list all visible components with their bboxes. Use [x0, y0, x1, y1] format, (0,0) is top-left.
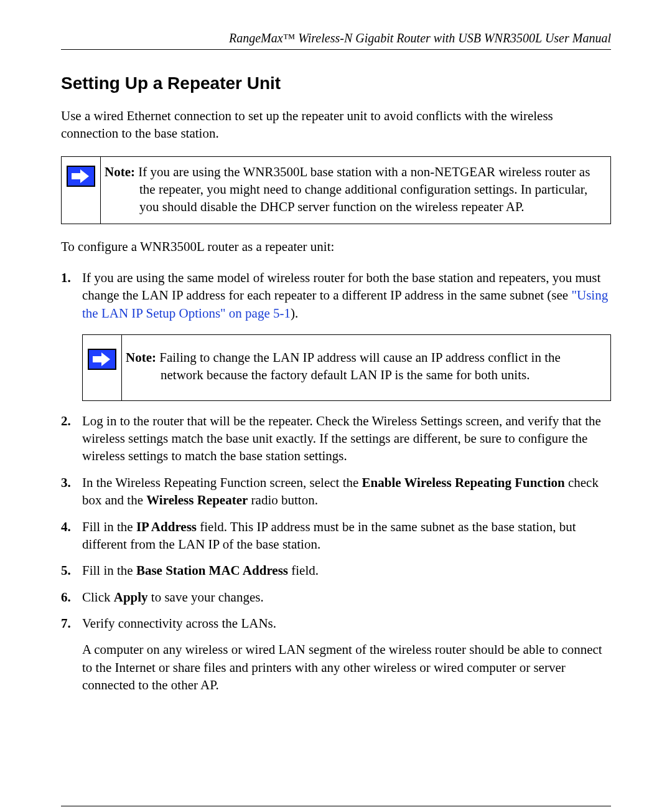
step-4: Fill in the IP Address field. This IP ad…	[61, 518, 611, 554]
steps-list: If you are using the same model of wirel…	[61, 269, 611, 694]
step-5: Fill in the Base Station MAC Address fie…	[61, 562, 611, 579]
s5a: Fill in the	[82, 563, 136, 578]
page-header: RangeMax™ Wireless-N Gigabit Router with…	[61, 31, 611, 50]
s6b: Apply	[114, 590, 148, 605]
note-label: Note:	[126, 350, 156, 365]
step-7: Verify connectivity across the LANs. A c…	[61, 615, 611, 694]
s4a: Fill in the	[82, 519, 136, 534]
note-body: If you are using the WNR3500L base stati…	[138, 164, 590, 215]
s5b: Base Station MAC Address	[136, 563, 288, 578]
s6c: to save your changes.	[148, 590, 264, 605]
lead-paragraph: To configure a WNR3500L router as a repe…	[61, 238, 611, 255]
note-text-1: Note: If you are using the WNR3500L base…	[101, 157, 610, 224]
s6a: Click	[82, 590, 114, 605]
arrow-right-icon	[88, 349, 116, 370]
s4b: IP Address	[136, 519, 197, 534]
s7-text: Verify connectivity across the LANs.	[82, 616, 276, 631]
step-6: Click Apply to save your changes.	[61, 588, 611, 606]
step-7-sub: A computer on any wireless or wired LAN …	[82, 641, 611, 694]
note-text-2: Note: Failing to change the LAN IP addre…	[122, 335, 610, 400]
arrow-right-icon	[67, 166, 95, 187]
s5c: field.	[288, 563, 319, 578]
note-icon-cell	[83, 335, 122, 400]
s3b: Enable Wireless Repeating Function	[362, 475, 565, 490]
note-label: Note:	[105, 164, 135, 179]
step-1-text-b: ).	[291, 306, 298, 321]
note-body: Failing to change the LAN IP address wil…	[159, 350, 561, 382]
s3d: Wireless Repeater	[146, 493, 248, 507]
step-3: In the Wireless Repeating Function scree…	[61, 474, 611, 509]
note-box-2: Note: Failing to change the LAN IP addre…	[82, 334, 611, 401]
step-2: Log in to the router that will be the re…	[61, 412, 611, 465]
step-1-text-a: If you are using the same model of wirel…	[82, 270, 600, 303]
s3e: radio button.	[248, 493, 318, 507]
step-1: If you are using the same model of wirel…	[61, 269, 611, 401]
note-box-1: Note: If you are using the WNR3500L base…	[61, 156, 611, 224]
note-icon-cell	[62, 157, 101, 224]
s3a: In the Wireless Repeating Function scree…	[82, 475, 362, 490]
intro-paragraph: Use a wired Ethernet connection to set u…	[61, 107, 611, 143]
section-heading: Setting Up a Repeater Unit	[61, 73, 611, 93]
